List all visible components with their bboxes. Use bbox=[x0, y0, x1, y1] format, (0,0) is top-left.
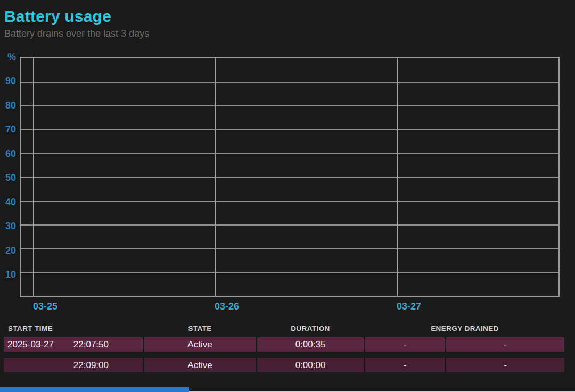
battery-report-page: Battery usage Battery drains over the la… bbox=[0, 0, 575, 392]
energy-drained-percent-cell: - bbox=[446, 337, 564, 352]
y-tick-20: 20 bbox=[0, 245, 16, 256]
y-tick-60: 60 bbox=[0, 148, 16, 159]
x-tick-03-26: 03-26 bbox=[215, 301, 239, 312]
duration-cell: 0:00:00 bbox=[257, 358, 364, 372]
y-tick-30: 30 bbox=[0, 221, 16, 231]
gridline-70 bbox=[21, 129, 558, 130]
gridline-60 bbox=[21, 153, 558, 154]
table-row: 22:09:00 Active 0:00:00 - - bbox=[4, 358, 564, 372]
gridline-30 bbox=[21, 224, 558, 226]
start-time: 22:07:50 bbox=[68, 337, 109, 352]
column-header-start-time: START TIME bbox=[4, 324, 143, 332]
column-header-energy-drained: ENERGY DRAINED bbox=[365, 324, 564, 332]
y-tick-10: 10 bbox=[0, 269, 16, 280]
x-tick-03-27: 03-27 bbox=[397, 301, 421, 312]
y-tick-50: 50 bbox=[0, 172, 16, 183]
gridline-90 bbox=[21, 82, 558, 83]
column-header-duration: DURATION bbox=[257, 324, 364, 332]
gridline-10 bbox=[21, 272, 558, 273]
duration-cell: 0:00:35 bbox=[257, 337, 364, 352]
start-time-cell: 22:09:00 bbox=[4, 358, 143, 372]
energy-drained-percent-cell: - bbox=[446, 358, 564, 372]
table-header-row: START TIME STATE DURATION ENERGY DRAINED bbox=[4, 322, 564, 334]
table-row: 2025-03-27 22:07:50 Active 0:00:35 - - bbox=[4, 337, 564, 352]
y-tick-70: 70 bbox=[0, 124, 16, 135]
horizontal-scrollbar-thumb[interactable] bbox=[0, 387, 189, 392]
gridline-20 bbox=[21, 248, 558, 249]
page-subtitle: Battery drains over the last 3 days bbox=[4, 28, 149, 39]
dayline-03-26 bbox=[215, 58, 216, 296]
page-title: Battery usage bbox=[4, 7, 111, 26]
y-tick-80: 80 bbox=[0, 100, 16, 111]
dayline-03-25 bbox=[33, 58, 34, 296]
battery-usage-chart bbox=[20, 57, 560, 297]
state-cell: Active bbox=[144, 337, 256, 352]
x-tick-03-25: 03-25 bbox=[33, 301, 58, 312]
y-axis-unit-label: % bbox=[0, 52, 16, 62]
start-date: 2025-03-27 bbox=[7, 337, 54, 352]
y-tick-40: 40 bbox=[0, 197, 16, 207]
y-tick-90: 90 bbox=[0, 76, 16, 86]
battery-usage-table: START TIME STATE DURATION ENERGY DRAINED… bbox=[4, 322, 564, 372]
gridline-40 bbox=[21, 201, 558, 202]
energy-drained-cell: - bbox=[365, 337, 445, 352]
start-time-cell: 2025-03-27 22:07:50 bbox=[4, 337, 143, 352]
energy-drained-cell: - bbox=[365, 358, 445, 372]
start-time: 22:09:00 bbox=[68, 358, 109, 372]
column-header-state: STATE bbox=[144, 324, 256, 332]
gridline-80 bbox=[21, 105, 558, 106]
state-cell: Active bbox=[144, 358, 256, 372]
gridline-50 bbox=[21, 177, 558, 178]
dayline-03-27 bbox=[397, 58, 398, 296]
